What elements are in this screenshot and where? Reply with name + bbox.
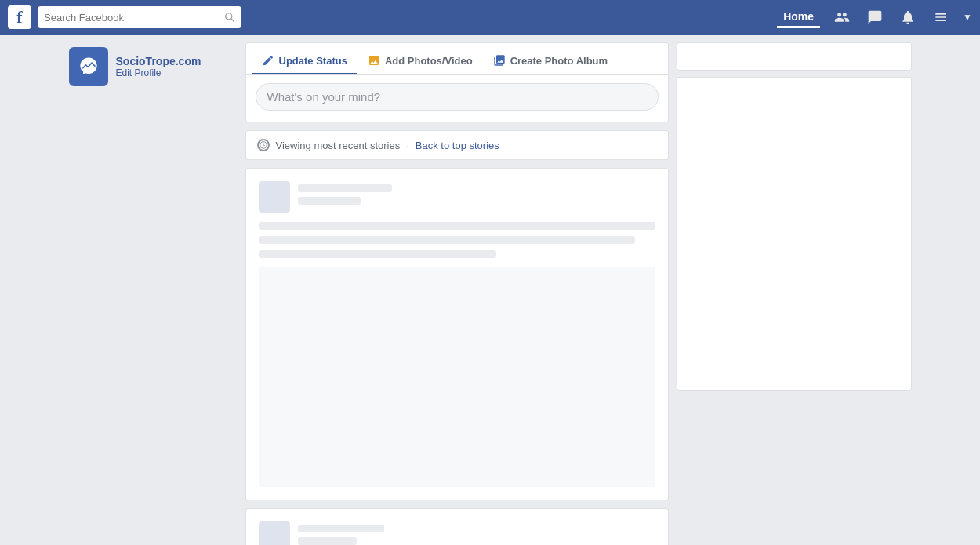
add-photos-label: Add Photos/Video [385, 55, 473, 67]
left-sidebar: SocioTrope.com Edit Profile [69, 42, 238, 545]
right-main-panel [677, 77, 912, 391]
status-tabs: Update Status Add Photos/Video [246, 43, 668, 75]
viewing-stories-text: Viewing most recent stories [276, 140, 401, 151]
right-sidebar [677, 42, 912, 545]
search-icon[interactable] [224, 12, 235, 23]
post-name-line [298, 525, 384, 532]
page-wrap: SocioTrope.com Edit Profile Update Statu… [0, 0, 980, 545]
post-meta-line [298, 537, 357, 545]
post-header [259, 521, 655, 545]
main-feed: Update Status Add Photos/Video [245, 42, 669, 545]
post-body [259, 222, 655, 258]
post-card [245, 168, 669, 500]
create-album-label: Create Photo Album [510, 55, 608, 67]
post-name-area [298, 521, 384, 545]
messages-icon[interactable] [864, 6, 886, 28]
facebook-logo-letter: f [16, 9, 22, 26]
status-box: Update Status Add Photos/Video [245, 42, 669, 122]
post-meta-line [298, 197, 361, 205]
right-top-panel [677, 42, 912, 71]
post-avatar [259, 521, 290, 545]
album-icon [493, 54, 506, 67]
pencil-icon [262, 54, 274, 67]
post-media [259, 267, 655, 487]
notifications-icon[interactable] [897, 6, 919, 28]
post-name-line [298, 184, 392, 192]
post-avatar [259, 181, 290, 213]
update-status-tab[interactable]: Update Status [252, 48, 357, 74]
body-line [259, 236, 636, 244]
profile-username[interactable]: SocioTrope.com [116, 55, 201, 67]
body-line [259, 250, 497, 258]
clock-icon [257, 139, 270, 151]
edit-profile-link[interactable]: Edit Profile [116, 67, 201, 78]
post-card [245, 508, 669, 545]
dropdown-icon[interactable]: ▼ [963, 12, 972, 23]
avatar [69, 47, 108, 86]
separator: · [406, 140, 409, 151]
body-line [259, 222, 655, 230]
search-input[interactable] [44, 12, 220, 24]
search-bar[interactable] [38, 6, 241, 28]
back-to-top-stories-link[interactable]: Back to top stories [416, 140, 499, 151]
profile-section: SocioTrope.com Edit Profile [69, 47, 238, 86]
facebook-logo: f [8, 5, 31, 29]
update-status-label: Update Status [279, 55, 347, 67]
friends-icon[interactable] [831, 6, 853, 28]
add-photos-tab[interactable]: Add Photos/Video [358, 48, 482, 74]
home-nav-link[interactable]: Home [777, 7, 820, 28]
status-input[interactable]: What's on your mind? [256, 83, 659, 111]
create-album-tab[interactable]: Create Photo Album [484, 48, 617, 74]
status-input-area: What's on your mind? [246, 75, 668, 122]
account-icon[interactable] [930, 6, 952, 28]
photo-icon [368, 54, 380, 67]
status-placeholder: What's on your mind? [267, 90, 381, 104]
post-header [259, 181, 655, 213]
profile-info: SocioTrope.com Edit Profile [116, 55, 201, 78]
header-right: Home ▼ [777, 6, 972, 28]
header: f Home ▼ [0, 0, 980, 35]
recent-stories-bar: Viewing most recent stories · Back to to… [245, 130, 669, 160]
post-name-area [298, 181, 392, 205]
